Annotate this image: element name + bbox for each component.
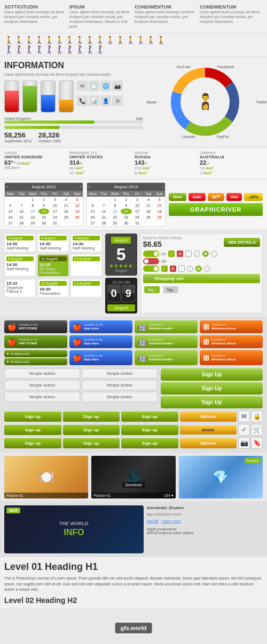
cal1-d12[interactable]: 12 (72, 203, 83, 208)
badge-sale[interactable]: Sale (189, 193, 206, 201)
options-btn-1[interactable]: Options (180, 412, 237, 422)
cal2-d23[interactable]: 23 (121, 214, 132, 220)
download-overlay-btn[interactable]: Download (122, 482, 145, 488)
appstore-dark-1[interactable]: 🍎 Available on the APP STORE (4, 320, 67, 333)
radio-2[interactable] (202, 251, 209, 257)
cal1-next[interactable]: › (80, 184, 81, 189)
cal1-header[interactable]: ‹ August 2012 › (5, 183, 83, 191)
toggle-1[interactable] (143, 251, 159, 257)
cal2-d21[interactable]: 21 (98, 214, 109, 220)
cal1-d5[interactable]: 5 (72, 197, 83, 203)
radio2-3[interactable] (204, 265, 210, 272)
signup-btn-g4[interactable]: Sign up (4, 425, 61, 435)
badge-hot[interactable]: Hot (226, 193, 242, 201)
cal2-d26[interactable]: 26 (154, 214, 165, 220)
simple-btn-4[interactable]: Simple button (82, 380, 158, 390)
cal1-d22[interactable]: 22 (27, 214, 38, 220)
cal2-d8[interactable]: 8 (109, 203, 121, 208)
tag-minus-button[interactable]: Tag - (163, 286, 178, 293)
cal2-d6[interactable]: 6 (87, 203, 98, 208)
cal2-d5[interactable]: 5 (154, 197, 165, 203)
shopping-cart-button[interactable]: 🛒 Shopping cart (143, 274, 260, 283)
cb-x[interactable]: ✕ (177, 251, 183, 257)
cal2-d9[interactable]: 9 (121, 203, 132, 208)
cal2-d19[interactable]: 19 (154, 208, 165, 214)
simple-btn-6[interactable]: Simple button (82, 392, 158, 402)
cal2-d10[interactable]: 10 (132, 203, 143, 208)
cal1-d2[interactable]: 2 (38, 197, 50, 203)
radio-1[interactable] (194, 251, 200, 257)
signup-large-3[interactable]: Sign Up (161, 396, 263, 408)
badge-price[interactable]: $8⁹⁹ (208, 193, 224, 201)
cal2-d31[interactable]: 31 (132, 220, 143, 226)
cal1-d29[interactable]: 29 (27, 220, 38, 226)
toggle-3[interactable] (143, 265, 159, 272)
cal1-d1[interactable]: 1 (27, 197, 38, 203)
cal2-header[interactable]: ‹ August 2012 › (87, 183, 165, 191)
appstore-green-1[interactable]: 🍎 Available on the APP STORE (4, 335, 67, 348)
cal2-d3[interactable]: 3 (132, 197, 143, 203)
simple-btn-1[interactable]: Simple button (4, 368, 80, 379)
cal2-d24[interactable]: 24 (132, 214, 143, 220)
simple-btn-2[interactable]: Simple button (82, 368, 158, 379)
cal2-d12[interactable]: 12 (154, 203, 165, 208)
cal2-d22[interactable]: 22 (109, 214, 121, 220)
signup-btn-g3[interactable]: Sign up (121, 412, 178, 422)
options-btn-2[interactable]: Options (180, 438, 237, 448)
radio2-2[interactable] (195, 265, 202, 272)
cal2-d1[interactable]: 1 (109, 197, 121, 203)
badge-discount[interactable]: -25% (244, 193, 263, 201)
cal2-d11[interactable]: 11 (143, 203, 154, 208)
simple-btn-3[interactable]: Simple button (4, 380, 80, 390)
cal1-d26[interactable]: 26 (72, 214, 83, 220)
windows-btn-1[interactable]: ⊞ Available for Windows phone (200, 320, 263, 333)
cal2-d15[interactable]: 15 (109, 208, 121, 214)
cal1-d11[interactable]: 11 (60, 203, 72, 208)
signup-btn-g1[interactable]: Sign up (4, 412, 61, 422)
cal1-d3[interactable]: 3 (49, 197, 60, 203)
cal2-d0b[interactable] (98, 197, 109, 203)
cal1-d4[interactable]: 4 (60, 197, 72, 203)
cal1-d0b[interactable] (16, 197, 27, 203)
android-btn-2[interactable]: 🤖 Available on Android market (135, 335, 198, 348)
cal2-d30[interactable]: 30 (121, 220, 132, 226)
signup-btn-g7[interactable]: Sign up (4, 438, 61, 448)
windows-btn-3[interactable]: ⊞ Available for Windows phone (200, 350, 263, 365)
cal2-d27[interactable]: 27 (87, 220, 98, 226)
signup-large-1[interactable]: Sign Up (161, 368, 263, 381)
badge-new[interactable]: New (169, 193, 186, 201)
cal1-d15[interactable]: 15 (27, 208, 38, 214)
cb2-empty[interactable] (178, 265, 185, 272)
cal1-d7[interactable]: 7 (16, 203, 27, 208)
cal1-d6[interactable]: 6 (5, 203, 16, 208)
cb-empty[interactable] (185, 251, 192, 257)
cal1-d20[interactable]: 20 (5, 214, 16, 220)
signup-large-2[interactable]: Sign Up (161, 382, 263, 395)
cal2-d7[interactable]: 7 (98, 203, 109, 208)
cal1-d28[interactable]: 28 (16, 220, 27, 226)
cal1-d10[interactable]: 10 (49, 203, 60, 208)
cal1-d27[interactable]: 27 (5, 220, 16, 226)
cal2-d25[interactable]: 25 (143, 214, 154, 220)
cal1-d8[interactable]: 8 (27, 203, 38, 208)
cb2-x[interactable]: ✕ (170, 265, 176, 272)
cal1-prev[interactable]: ‹ (6, 184, 8, 189)
toggle-2[interactable] (143, 258, 159, 264)
cal1-d13[interactable]: 13 (5, 208, 16, 214)
disable-btn[interactable]: disable (180, 425, 237, 434)
cal2-d18[interactable]: 18 (143, 208, 154, 214)
download-btn-2[interactable]: ⬇ DOWNLOAD (4, 358, 67, 365)
download-btn-1[interactable]: ⬇ DOWNLOAD (4, 350, 67, 357)
cal1-d17[interactable]: 17 (49, 208, 60, 214)
cal2-d2[interactable]: 2 (121, 197, 132, 203)
cal2-next[interactable]: › (162, 184, 163, 189)
android-btn-3[interactable]: 🤖 Available on Android market (135, 350, 198, 365)
cal2-d14[interactable]: 14 (98, 208, 109, 214)
cal2-d13[interactable]: 13 (87, 208, 98, 214)
android-btn-1[interactable]: 🤖 Available on Android market (135, 320, 198, 333)
appstore-blue-3[interactable]: 🍎 Available on the App store (69, 350, 132, 365)
cal1-d16[interactable]: 16 (38, 208, 50, 214)
cal1-d24[interactable]: 24 (49, 214, 60, 220)
see-details-button[interactable]: SEE DETAILS (224, 238, 260, 247)
windows-btn-2[interactable]: ⊞ Available for Windows phone (200, 335, 263, 348)
